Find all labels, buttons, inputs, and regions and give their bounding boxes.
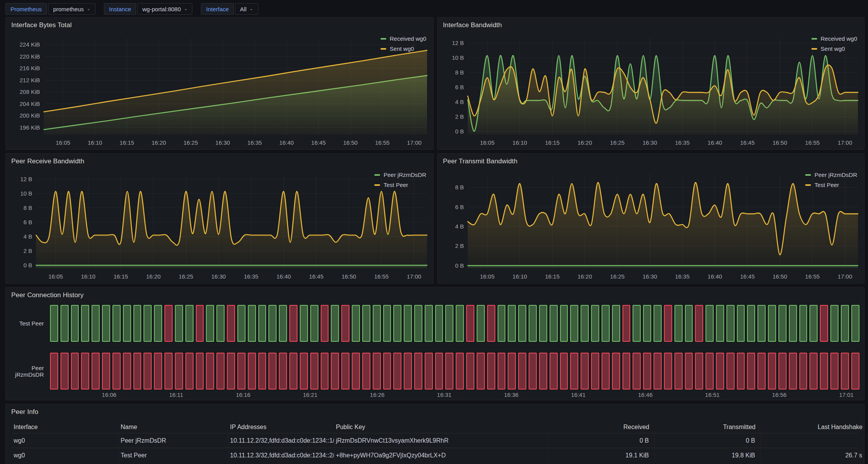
legend: Received wg0 Sent wg0 <box>380 35 426 52</box>
time-series-chart: 224 KiB220 KiB216 KiB212 KiB208 KiB204 K… <box>6 17 433 149</box>
svg-text:16:15: 16:15 <box>114 273 128 280</box>
state-segment <box>633 353 641 390</box>
timeline-x-tick: 16:41 <box>571 391 586 398</box>
state-segment <box>466 353 474 390</box>
column-header-public-key[interactable]: Public Key <box>334 421 548 433</box>
state-segment <box>341 305 349 342</box>
legend-item-peer-jrzmdsdr[interactable]: Peer jRzmDsDR <box>805 171 857 178</box>
panel-title[interactable]: Interface Bytes Total <box>11 21 72 29</box>
state-segment <box>550 305 558 342</box>
state-segment <box>445 305 453 342</box>
state-segment <box>612 353 620 390</box>
svg-text:16:15: 16:15 <box>119 139 134 146</box>
svg-text:12 B: 12 B <box>452 40 464 46</box>
state-segment <box>414 353 422 390</box>
variable-instance: Instance wg-portal:8080 ⌄ <box>104 3 192 15</box>
legend-item-sent-wg0[interactable]: Sent wg0 <box>811 45 857 52</box>
svg-text:16:40: 16:40 <box>279 139 294 146</box>
state-segment <box>227 353 235 390</box>
state-segment <box>435 305 443 342</box>
state-segment <box>508 305 516 342</box>
time-series-chart: 8 B6 B4 B2 B0 B16:0516:1016:1516:2016:25… <box>437 154 864 283</box>
variable-select-interface[interactable]: All ⌄ <box>235 3 258 15</box>
svg-text:6 B: 6 B <box>455 84 464 90</box>
svg-text:2 B: 2 B <box>455 242 464 249</box>
state-segment <box>373 353 381 390</box>
legend-swatch <box>380 38 386 40</box>
svg-text:16:50: 16:50 <box>343 139 358 146</box>
state-segment <box>851 353 859 390</box>
svg-text:16:25: 16:25 <box>179 273 194 280</box>
state-segment <box>560 353 568 390</box>
svg-text:200 KiB: 200 KiB <box>19 112 40 119</box>
svg-text:10 B: 10 B <box>20 190 32 197</box>
state-segment <box>321 353 329 390</box>
svg-text:208 KiB: 208 KiB <box>19 88 40 95</box>
variable-select-prometheus[interactable]: prometheus ⌄ <box>48 3 95 15</box>
state-segment <box>591 353 599 390</box>
panel-interface-bandwidth: 12 B10 B8 B6 B4 B2 B0 B16:0516:1016:1516… <box>437 17 865 150</box>
legend-item-received-wg0[interactable]: Received wg0 <box>380 35 426 42</box>
state-segment <box>685 305 693 342</box>
state-segment <box>820 305 828 342</box>
state-segment <box>726 305 735 342</box>
state-segment <box>268 305 277 342</box>
svg-text:2 B: 2 B <box>23 248 32 254</box>
timeline-x-tick: 16:46 <box>638 391 653 398</box>
svg-text:16:30: 16:30 <box>215 139 230 146</box>
state-segment <box>695 305 703 342</box>
legend-item-test-peer[interactable]: Test Peer <box>374 182 426 188</box>
state-segment <box>216 353 225 390</box>
panel-title[interactable]: Peer Info <box>11 408 38 416</box>
state-segment <box>61 305 69 342</box>
panel-title[interactable]: Peer Receive Bandwidth <box>11 158 84 165</box>
legend-swatch <box>380 48 386 50</box>
state-segment <box>789 305 797 342</box>
variable-prometheus: Prometheus prometheus ⌄ <box>5 3 95 15</box>
table-header-row: InterfaceNameIP AddressesPublic KeyRecei… <box>12 421 858 433</box>
timeline-row-test-peer: Test Peer <box>6 305 859 342</box>
state-segment <box>799 353 807 390</box>
state-segment <box>352 353 360 390</box>
legend-label: Sent wg0 <box>390 45 414 52</box>
state-segment <box>133 305 142 342</box>
state-segment <box>705 305 714 342</box>
state-segment <box>331 305 339 342</box>
state-segment <box>81 305 89 342</box>
column-header-received[interactable]: Received <box>548 421 655 433</box>
state-segment <box>164 305 173 342</box>
svg-text:16:25: 16:25 <box>610 139 625 146</box>
column-header-ip-addresses[interactable]: IP Addresses <box>228 421 334 433</box>
table-cell-interface: wg0 <box>12 433 119 448</box>
svg-text:8 B: 8 B <box>455 184 464 190</box>
chevron-down-icon: ⌄ <box>250 6 253 11</box>
state-segment <box>768 305 776 342</box>
variable-label-prometheus: Prometheus <box>5 3 47 15</box>
panel-title[interactable]: Interface Bandwidth <box>443 21 502 29</box>
svg-text:16:20: 16:20 <box>152 139 166 146</box>
state-segment <box>289 353 297 390</box>
legend-item-test-peer[interactable]: Test Peer <box>805 182 857 188</box>
state-segment <box>643 305 651 342</box>
panel-peer-connection-history: Peer Connection History Test Peer Peer j… <box>5 287 865 400</box>
table-cell-last-handshake: 26.7 s <box>761 448 868 462</box>
panel-title[interactable]: Peer Connection History <box>11 291 84 299</box>
column-header-last-handshake[interactable]: Last Handshake <box>761 421 868 433</box>
legend-item-peer-jrzmdsdr[interactable]: Peer jRzmDsDR <box>374 171 426 178</box>
panel-title[interactable]: Peer Transmit Bandwidth <box>443 158 517 165</box>
column-header-name[interactable]: Name <box>119 421 228 433</box>
state-segment <box>331 353 339 390</box>
state-segment <box>841 353 849 390</box>
variable-select-instance[interactable]: wg-portal:8080 ⌄ <box>137 3 192 15</box>
svg-text:224 KiB: 224 KiB <box>19 41 40 48</box>
state-segment <box>809 353 818 390</box>
svg-text:17:00: 17:00 <box>838 273 852 280</box>
legend-item-sent-wg0[interactable]: Sent wg0 <box>380 45 426 52</box>
state-segment <box>164 353 173 390</box>
legend-item-received-wg0[interactable]: Received wg0 <box>811 35 857 42</box>
state-segment <box>81 353 89 390</box>
column-header-interface[interactable]: Interface <box>12 421 119 433</box>
state-segment <box>216 305 225 342</box>
state-segment <box>778 305 787 342</box>
column-header-transmitted[interactable]: Transmitted <box>655 421 761 433</box>
